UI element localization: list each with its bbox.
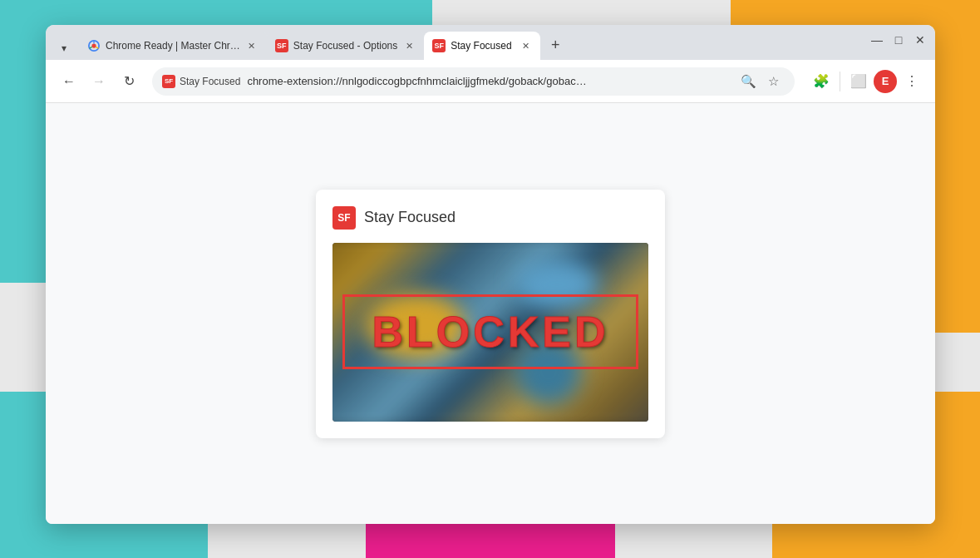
toolbar-icons: 🧩 ⬜ E ⋮ <box>808 68 925 95</box>
tab-stay-focused[interactable]: SF Stay Focused ✕ <box>424 32 540 60</box>
tab-2-close-button[interactable]: ✕ <box>402 39 416 52</box>
search-icon-button[interactable]: 🔍 <box>736 70 760 93</box>
maximize-button[interactable]: □ <box>890 32 907 48</box>
address-bar[interactable]: SF Stay Focused chrome-extension://nnlgo… <box>152 67 795 96</box>
tab-1-favicon <box>87 39 101 52</box>
stay-focused-logo: SF <box>332 206 356 230</box>
address-site-name: Stay Focused <box>180 76 240 87</box>
new-tab-button[interactable]: + <box>544 33 567 57</box>
nav-bar: ← → ↻ SF Stay Focused chrome-extension:/… <box>46 60 935 103</box>
blocked-text: BLOCKED <box>372 308 608 356</box>
svg-line-4 <box>90 47 92 48</box>
tab-3-title: Stay Focused <box>451 40 514 52</box>
address-sf-icon: SF <box>162 75 175 88</box>
window-controls: — □ ✕ <box>869 32 928 48</box>
toolbar-divider <box>840 72 840 91</box>
tab-2-title: Stay Focused - Options <box>293 40 397 52</box>
svg-point-1 <box>91 43 96 47</box>
address-url-text: chrome-extension://nnlgodiccogbpcfnhmcla… <box>247 75 730 87</box>
profile-button[interactable]: E <box>874 70 897 93</box>
reload-button[interactable]: ↻ <box>116 68 142 95</box>
address-action-icons: 🔍 ☆ <box>736 70 785 93</box>
blocked-stamp: BLOCKED <box>342 294 638 369</box>
stay-focused-card: SF Stay Focused BLOCKED <box>316 190 665 438</box>
back-button[interactable]: ← <box>56 68 82 95</box>
tab-chrome-ready[interactable]: Chrome Ready | Master Chr… ✕ <box>79 32 267 60</box>
forward-button[interactable]: → <box>86 68 112 95</box>
tab-dropdown-button[interactable]: ▾ <box>52 37 76 60</box>
more-options-button[interactable]: ⋮ <box>899 68 925 95</box>
page-content: SF Stay Focused BLOCKED <box>46 103 935 524</box>
tab-1-close-button[interactable]: ✕ <box>245 39 259 52</box>
sidebar-button[interactable]: ⬜ <box>845 68 872 95</box>
minimize-button[interactable]: — <box>869 32 885 48</box>
tab-stay-focused-options[interactable]: SF Stay Focused - Options ✕ <box>267 32 424 60</box>
tab-bar: ▾ Chrome Ready | Master Chr… ✕ SF Stay F… <box>46 25 935 60</box>
close-button[interactable]: ✕ <box>912 32 928 48</box>
card-header: SF Stay Focused <box>332 206 648 230</box>
stay-focused-title: Stay Focused <box>364 209 456 226</box>
blocked-image-area: BLOCKED <box>332 243 648 422</box>
tab-1-title: Chrome Ready | Master Chr… <box>106 40 240 52</box>
svg-line-3 <box>96 47 98 48</box>
tab-2-favicon: SF <box>275 39 288 52</box>
address-site-badge: SF Stay Focused <box>162 75 240 88</box>
extensions-button[interactable]: 🧩 <box>808 68 835 95</box>
tab-3-close-button[interactable]: ✕ <box>519 39 532 52</box>
browser-window: ▾ Chrome Ready | Master Chr… ✕ SF Stay F… <box>46 25 935 524</box>
blocked-overlay: BLOCKED <box>332 243 648 422</box>
bookmark-icon-button[interactable]: ☆ <box>761 70 785 93</box>
tab-3-favicon: SF <box>432 39 446 52</box>
